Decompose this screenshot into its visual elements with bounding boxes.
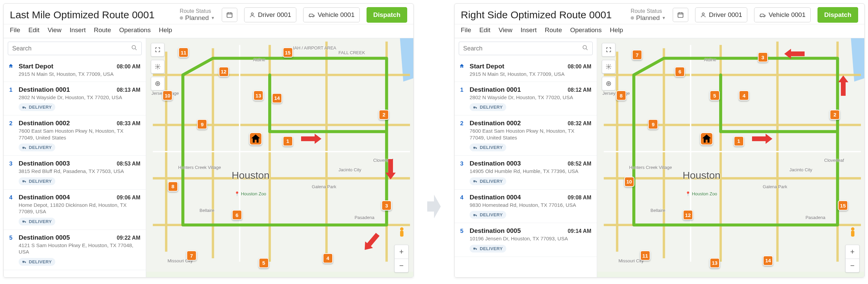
menu-edit[interactable]: Edit bbox=[28, 26, 40, 34]
stop-row[interactable]: 5 Destination 000509:14 AM 10196 Jensen … bbox=[455, 223, 597, 257]
map-marker[interactable]: 7 bbox=[632, 50, 642, 60]
map-marker[interactable]: 8 bbox=[616, 90, 626, 101]
route-status[interactable]: Route Status Planned ▼ bbox=[180, 8, 215, 22]
map-marker[interactable]: 10 bbox=[624, 177, 634, 187]
menu-insert[interactable]: Insert bbox=[70, 26, 86, 34]
map-marker[interactable]: 12 bbox=[219, 67, 229, 77]
calendar-button[interactable] bbox=[673, 8, 688, 22]
stop-row[interactable]: 4 Destination 000409:08 AM 9830 Homestea… bbox=[455, 190, 597, 223]
stop-row[interactable]: 1 Destination 000108:13 AM 2802 N Waysid… bbox=[4, 82, 146, 116]
dispatch-button[interactable]: Dispatch bbox=[817, 7, 858, 23]
gear-icon bbox=[606, 64, 612, 70]
menu-insert[interactable]: Insert bbox=[520, 26, 537, 34]
map-marker[interactable]: 1 bbox=[734, 136, 744, 146]
stops-list[interactable]: Start Depot08:00 AM 2915 N Main St, Hous… bbox=[455, 59, 597, 277]
stop-number: 3 bbox=[460, 160, 463, 167]
stop-row[interactable]: 3 Destination 000308:52 AM 14905 Old Hum… bbox=[455, 156, 597, 190]
fullscreen-button[interactable] bbox=[151, 43, 164, 57]
map-marker[interactable]: 4 bbox=[739, 90, 749, 101]
map-marker[interactable]: 14 bbox=[763, 256, 773, 266]
map-marker[interactable]: 7 bbox=[186, 250, 197, 261]
stop-number: 2 bbox=[9, 120, 12, 127]
menu-file[interactable]: File bbox=[10, 26, 20, 34]
menu-view[interactable]: View bbox=[47, 26, 61, 34]
map-marker[interactable]: 8 bbox=[168, 181, 178, 192]
delivery-badge: DELIVERY bbox=[470, 177, 506, 185]
zoom-out-button[interactable]: − bbox=[846, 259, 859, 272]
locate-button[interactable] bbox=[602, 77, 615, 90]
fullscreen-button[interactable] bbox=[602, 43, 615, 57]
search-input[interactable] bbox=[463, 45, 582, 52]
map-marker[interactable]: 4 bbox=[323, 253, 333, 263]
driver-selector[interactable]: Driver 0001 bbox=[695, 7, 747, 22]
route-status[interactable]: Route Status Planned ▼ bbox=[631, 8, 666, 22]
map-marker[interactable]: 12 bbox=[683, 210, 693, 220]
map-marker[interactable]: 14 bbox=[272, 93, 282, 103]
stops-sidebar: Start Depot 08:00 AM 2915 N Main St, Hou… bbox=[4, 38, 146, 277]
map-marker[interactable]: 9 bbox=[197, 119, 207, 129]
stop-address: 2802 N Wayside Dr, Houston, TX 77020, US… bbox=[19, 94, 140, 101]
map-marker[interactable]: 2 bbox=[830, 110, 840, 120]
map-marker[interactable]: 1 bbox=[283, 136, 293, 146]
stop-row[interactable]: 4 Destination 000409:06 AM Home Depot, 1… bbox=[4, 190, 146, 230]
menu-route[interactable]: Route bbox=[94, 26, 111, 34]
stop-row[interactable]: 1 Destination 000108:12 AM 2802 N Waysid… bbox=[455, 82, 597, 116]
stop-row[interactable]: 2 Destination 000208:33 AM 7600 East Sam… bbox=[4, 115, 146, 156]
map-marker[interactable]: 2 bbox=[379, 110, 389, 120]
target-icon bbox=[155, 81, 161, 87]
menu-help[interactable]: Help bbox=[159, 26, 172, 34]
stop-row[interactable]: 3 Destination 000308:53 AM 3815 Red Bluf… bbox=[4, 156, 146, 190]
map-marker[interactable]: 3 bbox=[758, 52, 768, 62]
stops-list[interactable]: Start Depot 08:00 AM 2915 N Main St, Hou… bbox=[4, 59, 146, 277]
zoom-in-button[interactable]: + bbox=[395, 245, 408, 259]
menu-operations[interactable]: Operations bbox=[119, 26, 151, 34]
map-marker[interactable]: 15 bbox=[838, 200, 848, 211]
dispatch-button[interactable]: Dispatch bbox=[367, 7, 407, 23]
stop-row[interactable]: 5 Destination 000509:22 AM 4121 S Sam Ho… bbox=[4, 230, 146, 270]
map-marker-home[interactable] bbox=[700, 132, 713, 145]
map-marker[interactable]: 15 bbox=[283, 47, 293, 58]
target-icon bbox=[606, 81, 612, 87]
menu-view[interactable]: View bbox=[498, 26, 512, 34]
map-marker-home[interactable] bbox=[249, 132, 262, 145]
menu-operations[interactable]: Operations bbox=[570, 26, 601, 34]
menu-edit[interactable]: Edit bbox=[479, 26, 491, 34]
menu-file[interactable]: File bbox=[461, 26, 471, 34]
search-input[interactable] bbox=[12, 45, 131, 52]
search-box[interactable] bbox=[8, 42, 142, 55]
vehicle-selector[interactable]: Vehicle 0001 bbox=[303, 7, 360, 22]
settings-button[interactable] bbox=[602, 60, 615, 73]
map-label: Pasadena bbox=[355, 215, 375, 220]
stop-name: Destination 0001 bbox=[19, 86, 70, 93]
pegman-icon[interactable] bbox=[848, 226, 857, 240]
calendar-button[interactable] bbox=[222, 8, 237, 22]
map-marker[interactable]: 6 bbox=[232, 210, 242, 220]
stop-start-depot[interactable]: Start Depot 08:00 AM 2915 N Main St, Hou… bbox=[4, 59, 146, 82]
map-marker[interactable]: 10 bbox=[162, 90, 173, 101]
map-marker[interactable]: 11 bbox=[640, 250, 650, 261]
map-marker[interactable]: 5 bbox=[259, 258, 269, 268]
stop-row[interactable]: 2 Destination 000208:32 AM 7600 East Sam… bbox=[455, 115, 597, 156]
map-canvas[interactable]: Houston 📍 Houston Zoo Jersey Village Pas… bbox=[146, 38, 413, 277]
map-marker[interactable]: 9 bbox=[648, 119, 658, 129]
map-marker[interactable]: 13 bbox=[710, 258, 720, 268]
settings-button[interactable] bbox=[151, 60, 164, 73]
map-marker[interactable]: 3 bbox=[381, 200, 392, 211]
map-marker[interactable]: 11 bbox=[178, 47, 189, 58]
menu-route[interactable]: Route bbox=[545, 26, 562, 34]
search-box[interactable] bbox=[459, 42, 593, 55]
map-marker[interactable]: 5 bbox=[710, 90, 720, 101]
stop-start-depot[interactable]: Start Depot08:00 AM 2915 N Main St, Hous… bbox=[455, 59, 597, 82]
map-marker[interactable]: 6 bbox=[675, 67, 685, 77]
menu-help[interactable]: Help bbox=[610, 26, 623, 34]
fullscreen-icon bbox=[606, 47, 612, 53]
driver-selector[interactable]: Driver 0001 bbox=[244, 7, 296, 22]
stop-time: 08:00 AM bbox=[568, 64, 591, 70]
zoom-in-button[interactable]: + bbox=[846, 245, 859, 259]
map-canvas[interactable]: Houston 📍 Houston Zoo Jersey Village Pas… bbox=[597, 38, 864, 277]
zoom-out-button[interactable]: − bbox=[395, 259, 408, 272]
pegman-icon[interactable] bbox=[397, 226, 407, 240]
locate-button[interactable] bbox=[151, 77, 164, 90]
map-marker[interactable]: 13 bbox=[253, 90, 263, 101]
vehicle-selector[interactable]: Vehicle 0001 bbox=[754, 7, 811, 22]
